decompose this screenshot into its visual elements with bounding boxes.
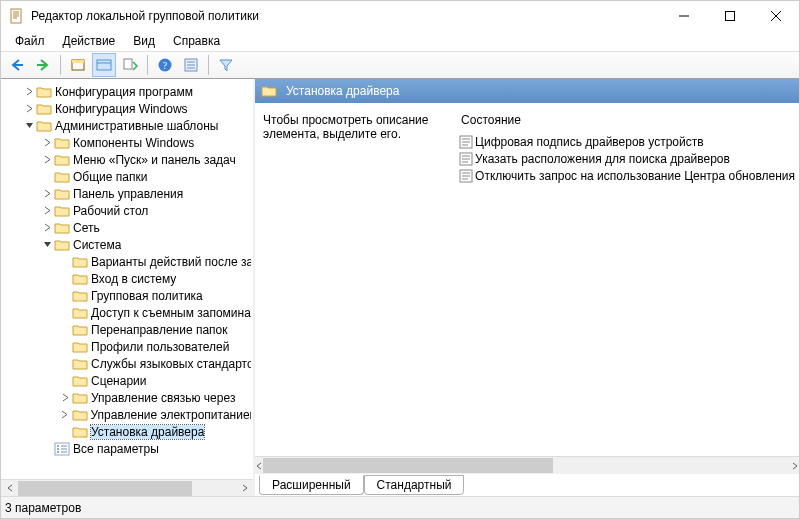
tree-label: Доступ к съемным запоминающим xyxy=(91,306,251,320)
close-button[interactable] xyxy=(753,1,799,31)
tree-label: Групповая политика xyxy=(91,289,203,303)
folder-icon xyxy=(72,425,88,439)
tree-item[interactable]: Рабочий стол xyxy=(1,202,253,219)
chevron-right-icon[interactable] xyxy=(59,392,71,404)
scroll-right-icon[interactable] xyxy=(236,480,253,497)
menu-help[interactable]: Справка xyxy=(165,32,228,50)
settings-list-icon xyxy=(54,442,70,456)
chevron-right-icon[interactable] xyxy=(23,86,35,98)
details-pane: Установка драйвера Чтобы просмотреть опи… xyxy=(255,79,799,496)
tree-label: Меню «Пуск» и панель задач xyxy=(73,153,236,167)
folder-icon xyxy=(72,255,88,269)
tree-label: Управление электропитанием xyxy=(91,408,251,422)
chevron-right-icon[interactable] xyxy=(41,205,53,217)
tree-item-selected[interactable]: Установка драйвера xyxy=(1,423,253,440)
menu-file[interactable]: Файл xyxy=(7,32,53,50)
details-horizontal-scrollbar[interactable] xyxy=(255,457,799,474)
svg-text:?: ? xyxy=(163,60,168,71)
tree-item[interactable]: Компоненты Windows xyxy=(1,134,253,151)
list-item[interactable]: Отключить запрос на использование Центра… xyxy=(459,167,795,184)
menu-action[interactable]: Действие xyxy=(55,32,124,50)
list-item-label: Цифровая подпись драйверов устройств xyxy=(475,135,704,149)
tree-item[interactable]: Конфигурация программ xyxy=(1,83,253,100)
folder-icon xyxy=(54,204,70,218)
tree-item[interactable]: Сценарии xyxy=(1,372,253,389)
window-title: Редактор локальной групповой политики xyxy=(31,9,661,23)
tree-item[interactable]: Административные шаблоны xyxy=(1,117,253,134)
tree-label: Варианты действий после завершения xyxy=(91,255,251,269)
tree-item[interactable]: Службы языковых стандартов xyxy=(1,355,253,372)
toolbar-icon-4[interactable] xyxy=(179,53,203,77)
menu-view[interactable]: Вид xyxy=(125,32,163,50)
content-area: Конфигурация программ Конфигурация Windo… xyxy=(1,79,799,496)
toolbar-icon-3[interactable] xyxy=(118,53,142,77)
tree-item[interactable]: Групповая политика xyxy=(1,287,253,304)
tab-standard[interactable]: Стандартный xyxy=(364,475,465,495)
help-button[interactable]: ? xyxy=(153,53,177,77)
description-column: Чтобы просмотреть описание элемента, выд… xyxy=(255,103,455,456)
folder-icon xyxy=(72,357,88,371)
tree-item[interactable]: Профили пользователей xyxy=(1,338,253,355)
chevron-right-icon[interactable] xyxy=(59,409,71,421)
filter-button[interactable] xyxy=(214,53,238,77)
tree-item[interactable]: Доступ к съемным запоминающим xyxy=(1,304,253,321)
chevron-right-icon[interactable] xyxy=(23,103,35,115)
chevron-down-icon[interactable] xyxy=(23,120,35,132)
minimize-button[interactable] xyxy=(661,1,707,31)
svg-point-24 xyxy=(57,448,59,450)
tree-item[interactable]: Варианты действий после завершения xyxy=(1,253,253,270)
tree-label: Службы языковых стандартов xyxy=(91,357,251,371)
folder-icon xyxy=(72,408,88,422)
list-item[interactable]: Цифровая подпись драйверов устройств xyxy=(459,133,795,150)
tree-item[interactable]: Панель управления xyxy=(1,185,253,202)
back-button[interactable] xyxy=(5,53,29,77)
toolbar-icon-2[interactable] xyxy=(92,53,116,77)
tree-item-all-settings[interactable]: Все параметры xyxy=(1,440,253,457)
tree-item[interactable]: Система xyxy=(1,236,253,253)
chevron-right-icon[interactable] xyxy=(41,222,53,234)
chevron-right-icon[interactable] xyxy=(41,154,53,166)
tree[interactable]: Конфигурация программ Конфигурация Windo… xyxy=(1,79,253,479)
tree-label: Система xyxy=(73,238,121,252)
column-header-state[interactable]: Состояние xyxy=(459,113,795,127)
tree-item[interactable]: Управление электропитанием xyxy=(1,406,253,423)
scroll-left-icon[interactable] xyxy=(1,480,18,497)
scroll-left-icon[interactable] xyxy=(255,459,263,473)
tree-pane: Конфигурация программ Конфигурация Windo… xyxy=(1,79,253,496)
svg-point-23 xyxy=(57,445,59,447)
folder-icon xyxy=(72,306,88,320)
toolbar-icon-1[interactable] xyxy=(66,53,90,77)
policy-setting-icon xyxy=(459,152,473,166)
tree-label: Сценарии xyxy=(91,374,146,388)
chevron-right-icon[interactable] xyxy=(41,137,53,149)
tab-extended[interactable]: Расширенный xyxy=(259,475,364,495)
tree-item[interactable]: Общие папки xyxy=(1,168,253,185)
tree-horizontal-scrollbar[interactable] xyxy=(1,479,253,496)
chevron-down-icon[interactable] xyxy=(41,239,53,251)
tree-label: Вход в систему xyxy=(91,272,176,286)
list-item[interactable]: Указать расположения для поиска драйверо… xyxy=(459,150,795,167)
tree-item[interactable]: Перенаправление папок xyxy=(1,321,253,338)
folder-icon xyxy=(261,84,277,98)
folder-icon xyxy=(72,289,88,303)
statusbar: 3 параметров xyxy=(1,496,799,518)
svg-point-25 xyxy=(57,451,59,453)
forward-button[interactable] xyxy=(31,53,55,77)
tree-item[interactable]: Конфигурация Windows xyxy=(1,100,253,117)
titlebar: Редактор локальной групповой политики xyxy=(1,1,799,31)
chevron-right-icon[interactable] xyxy=(41,188,53,200)
tree-label: Конфигурация программ xyxy=(55,85,193,99)
tree-item[interactable]: Вход в систему xyxy=(1,270,253,287)
folder-icon xyxy=(36,85,52,99)
tree-label: Общие папки xyxy=(73,170,147,184)
tree-item[interactable]: Меню «Пуск» и панель задач xyxy=(1,151,253,168)
tree-item[interactable]: Сеть xyxy=(1,219,253,236)
settings-list: Состояние Цифровая подпись драйверов уст… xyxy=(455,103,799,456)
maximize-button[interactable] xyxy=(707,1,753,31)
policy-setting-icon xyxy=(459,135,473,149)
tree-item[interactable]: Управление связью через xyxy=(1,389,253,406)
svg-rect-15 xyxy=(124,59,132,69)
scroll-right-icon[interactable] xyxy=(791,459,799,473)
folder-icon xyxy=(54,170,70,184)
folder-icon xyxy=(54,153,70,167)
